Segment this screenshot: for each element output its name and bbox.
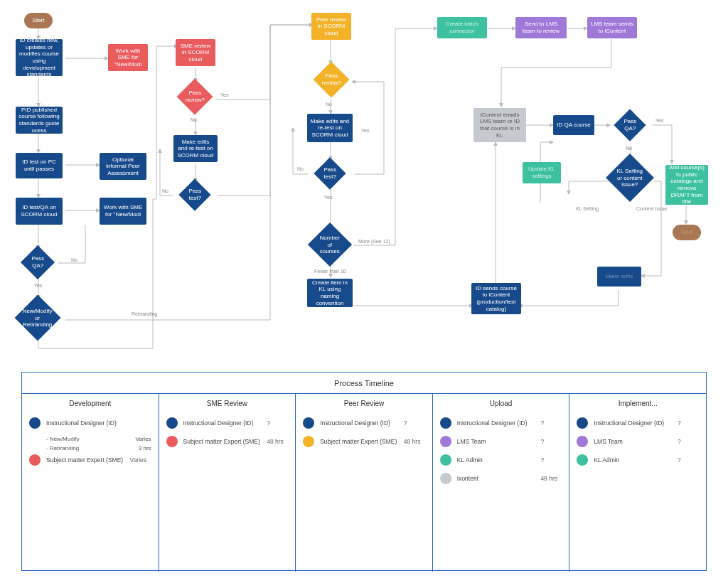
role-label: Subject matter Expert (SME) bbox=[46, 456, 130, 464]
role-dot bbox=[577, 436, 588, 447]
timeline-column: SME ReviewInstructional Designer (ID)?Su… bbox=[159, 394, 296, 572]
timeline-row: Instructional Designer (ID)? bbox=[303, 417, 425, 429]
id-sends-icontent-box: ID sends course to iContent (production/… bbox=[471, 283, 521, 314]
sme-review-box: SME review in SCORM cloud bbox=[176, 39, 215, 66]
timeline-row: Ixontent48 hrs bbox=[440, 473, 562, 484]
timeline-row: KL Admin? bbox=[577, 454, 699, 466]
timeline-column: DevelopmentInstructional Designer (ID)- … bbox=[22, 394, 159, 572]
no-label-4: No bbox=[326, 102, 332, 107]
role-label: Subject matter Expert (SME) bbox=[183, 438, 267, 445]
timeline-column: Implement...Instructional Designer (ID)?… bbox=[569, 394, 706, 572]
role-label: Instructional Designer (ID) bbox=[594, 419, 678, 427]
timeline-column-header: Peer Review bbox=[303, 400, 425, 407]
role-dot bbox=[440, 454, 451, 466]
timeline-row: Subject matter Expert (SME)Varies bbox=[29, 454, 151, 466]
yes-label-2: Yes bbox=[220, 92, 228, 97]
pass-test-1-diamond: Pass test? bbox=[178, 178, 210, 210]
id-creates-box: ID creates new, updates or modifies cour… bbox=[16, 39, 63, 76]
role-dot bbox=[440, 436, 451, 447]
timeline-sub-row: - Rebranding3 hrs bbox=[46, 445, 151, 451]
yes-label: Yes bbox=[34, 283, 42, 288]
role-dot bbox=[303, 436, 314, 447]
yes-label-5: Yes bbox=[655, 118, 663, 123]
work-sme-2-box: Work with SME for "New/Modi bbox=[100, 198, 146, 225]
role-value: ? bbox=[540, 456, 562, 464]
role-label: LMS Team bbox=[594, 438, 678, 445]
role-dot bbox=[577, 417, 588, 429]
timeline-row: Instructional Designer (ID)? bbox=[440, 417, 562, 429]
rebranding-label: Rebranding bbox=[132, 311, 157, 316]
pass-test-2-diamond: Pass test? bbox=[314, 157, 346, 189]
number-courses-diamond: Number of courses bbox=[308, 223, 352, 267]
yes-label-3: Yes bbox=[361, 128, 369, 133]
peer-review-box: Peer review in SCORM cloud bbox=[311, 13, 351, 40]
role-label: Instructional Designer (ID) bbox=[320, 419, 404, 427]
role-label: Subject matter Expert (SME) bbox=[320, 438, 404, 445]
role-label: Ixontent bbox=[457, 475, 541, 482]
timeline-column: Peer ReviewInstructional Designer (ID)?S… bbox=[296, 394, 433, 572]
optional-peer-box: Optional informal Peer Assessment bbox=[100, 153, 146, 180]
pass-review-1-diamond: Pass review? bbox=[177, 79, 213, 115]
timeline-row: LMS Team? bbox=[577, 436, 699, 447]
create-item-kl-box: Create item in KL using naming conventio… bbox=[307, 279, 353, 307]
role-value: ? bbox=[678, 456, 699, 464]
role-dot bbox=[166, 436, 178, 447]
add-courses-box: Add course(s) to public catalogs and rem… bbox=[665, 165, 708, 205]
content-issue-label: Content Issue bbox=[636, 206, 667, 211]
timeline-row: Instructional Designer (ID)? bbox=[577, 417, 699, 429]
role-value: 48 hrs bbox=[404, 438, 425, 445]
create-batch-box: Create batch connector bbox=[437, 17, 487, 38]
icontent-emails-box: iContent emails LMS team or ID that cour… bbox=[473, 108, 526, 142]
yes-label-4: Yes bbox=[324, 195, 332, 200]
role-value: ? bbox=[540, 438, 562, 445]
role-value: 48 hrs bbox=[540, 475, 562, 482]
make-edits-1-box: Make edits and re-test on SCORM cloud bbox=[173, 135, 218, 162]
role-value: Varies bbox=[130, 456, 151, 464]
timeline-column-header: Implement... bbox=[577, 400, 699, 407]
no-label-2: No bbox=[191, 117, 197, 122]
fewer-label: Fewer than 10 bbox=[314, 269, 346, 274]
role-value: ? bbox=[678, 419, 699, 427]
end-terminal: End bbox=[673, 225, 701, 240]
pid-published-box: PID published course following standards… bbox=[16, 107, 63, 134]
role-dot bbox=[29, 417, 41, 429]
role-value: ? bbox=[540, 419, 562, 427]
update-kl-box: Update KL settings bbox=[523, 162, 561, 183]
role-label: Instructional Designer (ID) bbox=[46, 419, 130, 427]
timeline-row: LMS Team? bbox=[440, 436, 562, 447]
lms-sends-icontent-box: LMS team sends to iContent bbox=[587, 17, 637, 38]
role-dot bbox=[166, 417, 178, 429]
new-modify-diamond: New/Modify or Rebranding bbox=[14, 294, 60, 341]
id-test-pc-box: ID test on PC until passes bbox=[16, 153, 63, 178]
role-value: ? bbox=[404, 419, 425, 427]
id-qa-course-box: ID QA course bbox=[553, 115, 594, 135]
pass-qa-1-diamond: Pass QA? bbox=[21, 245, 55, 279]
role-value: ? bbox=[267, 419, 288, 427]
no-label-6: No bbox=[626, 146, 632, 151]
start-terminal: Start bbox=[24, 13, 53, 28]
timeline-sub-row: - New/ModifyVaries bbox=[46, 436, 151, 442]
no-label-5: No bbox=[297, 166, 304, 171]
timeline-column-header: Development bbox=[29, 400, 151, 407]
make-edits-2-box: Make edits and re-test on SCORM cloud bbox=[307, 114, 353, 142]
role-label: LMS Team bbox=[457, 438, 541, 445]
timeline-column-header: SME Review bbox=[166, 400, 289, 407]
role-label: Instructional Designer (ID) bbox=[183, 419, 267, 427]
timeline-column-header: Upload bbox=[440, 400, 562, 407]
pass-review-2-diamond: Pass review? bbox=[314, 62, 350, 98]
role-dot bbox=[577, 454, 588, 466]
timeline-row: Subject matter Expert (SME)48 hrs bbox=[166, 436, 289, 447]
role-label: KL Admin bbox=[594, 456, 678, 464]
role-dot bbox=[440, 417, 451, 429]
send-lms-box: Send to LMS team to review bbox=[515, 17, 567, 38]
work-sme-1-box: Work with SME for "New/Modi bbox=[108, 44, 148, 71]
timeline-row: Instructional Designer (ID)? bbox=[166, 417, 289, 429]
process-timeline: Process Timeline DevelopmentInstructiona… bbox=[21, 372, 707, 571]
timeline-column: UploadInstructional Designer (ID)?LMS Te… bbox=[433, 394, 570, 572]
role-dot bbox=[303, 417, 314, 429]
timeline-title: Process Timeline bbox=[22, 373, 706, 394]
role-label: KL Admin bbox=[457, 456, 541, 464]
timeline-row: KL Admin? bbox=[440, 454, 562, 466]
id-test-scorm-box: ID test/QA on SCORM cloud bbox=[16, 198, 63, 225]
no-label-3: No bbox=[162, 188, 168, 193]
